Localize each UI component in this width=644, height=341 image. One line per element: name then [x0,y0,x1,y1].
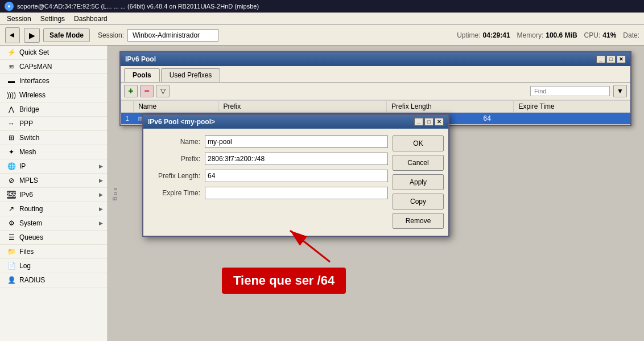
main-layout: ⚡ Quick Set ≋ CAPsMAN ▬ Interfaces )))) … [0,46,644,341]
sidebar-label-mesh: Mesh [19,148,36,156]
sidebar-label-queues: Queues [19,233,43,241]
col-num [121,101,134,113]
pool-window-titlebar[interactable]: IPv6 Pool _ □ ✕ [121,52,630,66]
memory-value: 100.6 MiB [546,31,577,39]
menu-settings[interactable]: Settings [36,14,69,24]
files-icon: 📁 [7,248,16,256]
pool-toolbar: + − ▽ ▼ [121,83,630,100]
sidebar-item-switch[interactable]: ⊞ Switch [0,131,108,145]
sidebar-label-mpls: MPLS [19,176,38,184]
forward-button[interactable]: ▶ [24,28,40,43]
pool-window-title: IPv6 Pool [125,55,596,63]
session-value: Winbox-Administrador [127,29,218,42]
menu-session[interactable]: Session [2,14,36,24]
name-input[interactable] [205,135,388,148]
sidebar-label-log: Log [19,262,31,270]
sidebar-item-interfaces[interactable]: ▬ Interfaces [0,74,108,88]
pool-minimize-button[interactable]: _ [596,55,605,63]
dialog-minimize-button[interactable]: _ [414,118,423,126]
sidebar-label-radius: RADIUS [19,276,45,284]
prefix-length-input[interactable] [205,170,388,182]
pool-dialog-titlebar[interactable]: IPv6 Pool <my-pool> _ □ ✕ [143,115,448,129]
field-row-expire-time: Expire Time: [148,187,388,199]
pool-find-arrow[interactable]: ▼ [613,85,627,97]
row-expire-time [514,113,630,125]
sidebar-item-mesh[interactable]: ✦ Mesh [0,145,108,159]
cancel-button[interactable]: Cancel [393,155,444,171]
sidebar-item-routing[interactable]: ↗ Routing [0,202,108,216]
annotation-label: Tiene que ser /64 [222,268,346,294]
col-prefix-length[interactable]: Prefix Length [387,101,514,113]
sidebar-item-radius[interactable]: 👤 RADIUS [0,273,108,287]
sidebar-label-wireless: Wireless [19,91,46,99]
sidebar-label-files: Files [19,248,34,256]
sidebar-item-log[interactable]: 📄 Log [0,259,108,273]
cpu-value: 41% [602,31,616,39]
col-expire-time[interactable]: Expire Time [514,101,630,113]
sidebar-label-system: System [19,219,42,227]
sidebar-label-ppp: PPP [19,120,33,128]
ip-icon: 🌐 [7,162,16,170]
title-bar: ● soporte@C4:AD:34:7E:92:5C (L... ... ..… [0,0,644,13]
sidebar-label-routing: Routing [19,205,43,213]
toolbar: ▼ ▶ Safe Mode Session: Winbox-Administra… [0,25,644,46]
name-label: Name: [148,138,205,146]
bridge-icon: ⋀ [7,105,16,113]
sidebar-label-capsman: CAPsMAN [19,63,52,71]
sidebar-item-mpls[interactable]: ⊘ MPLS [0,174,108,188]
sidebar-label-switch: Switch [19,134,39,142]
pool-dialog-title: IPv6 Pool <my-pool> [148,118,414,126]
sidebar-item-quickset[interactable]: ⚡ Quick Set [0,46,108,60]
copy-button[interactable]: Copy [393,194,444,209]
menu-dashboard[interactable]: Dashboard [69,14,112,24]
expire-time-input[interactable] [205,187,388,199]
prefix-input[interactable] [205,153,388,165]
title-bar-text: soporte@C4:AD:34:7E:92:5C (L... ... ... … [17,3,639,10]
col-name[interactable]: Name [134,101,218,113]
sidebar-item-ppp[interactable]: ↔ PPP [0,117,108,131]
dialog-content: Name: Prefix: Prefix Length: [143,129,448,236]
tab-used-prefixes[interactable]: Used Prefixes [161,68,221,82]
field-row-prefix: Prefix: [148,153,388,165]
routing-icon: ↗ [7,205,16,213]
quickset-icon: ⚡ [7,48,16,56]
sidebar-label-interfaces: Interfaces [19,77,49,85]
prefix-length-label: Prefix Length: [148,172,205,180]
pool-add-button[interactable]: + [124,85,138,97]
apply-button[interactable]: Apply [393,174,444,190]
sidebar-item-wireless[interactable]: )))) Wireless [0,88,108,102]
radius-icon: 👤 [7,276,16,284]
queues-icon: ☰ [7,233,16,241]
sidebar-item-queues[interactable]: ☰ Queues [0,231,108,245]
pool-maximize-button[interactable]: □ [606,55,616,63]
sidebar-item-system[interactable]: ⚙ System [0,216,108,231]
safe-mode-button[interactable]: Safe Mode [43,28,90,42]
ok-button[interactable]: OK [393,135,444,151]
dialog-maximize-button[interactable]: □ [424,118,434,126]
dialog-close-button[interactable]: ✕ [435,118,444,126]
switch-icon: ⊞ [7,134,16,142]
field-row-name: Name: [148,135,388,148]
memory-label: Memory: [517,31,544,39]
expire-time-label: Expire Time: [148,189,205,197]
pool-remove-button[interactable]: − [140,85,154,97]
sidebar-label-bridge: Bridge [19,105,39,113]
tab-pools[interactable]: Pools [124,68,160,82]
ipv6-icon: 255 [7,191,16,199]
sidebar-item-ipv6[interactable]: 255 IPv6 [0,188,108,202]
row-num: 1 [121,113,134,125]
pool-close-button[interactable]: ✕ [617,55,626,63]
uptime-label: Uptime: [457,31,480,39]
sidebar-item-capsman[interactable]: ≋ CAPsMAN [0,60,108,74]
sidebar-item-bridge[interactable]: ⋀ Bridge [0,102,108,117]
remove-button[interactable]: Remove [393,213,444,229]
sidebar-label-quickset: Quick Set [19,48,49,56]
sidebar-item-ip[interactable]: 🌐 IP [0,159,108,174]
back-button[interactable]: ▼ [5,27,20,43]
col-prefix[interactable]: Prefix [218,101,387,113]
pool-dialog: IPv6 Pool <my-pool> _ □ ✕ Name: Pref [142,114,449,237]
wireless-icon: )))) [7,91,16,99]
sidebar-item-files[interactable]: 📁 Files [0,245,108,259]
pool-find-input[interactable] [530,86,610,96]
pool-filter-button[interactable]: ▽ [156,85,170,97]
